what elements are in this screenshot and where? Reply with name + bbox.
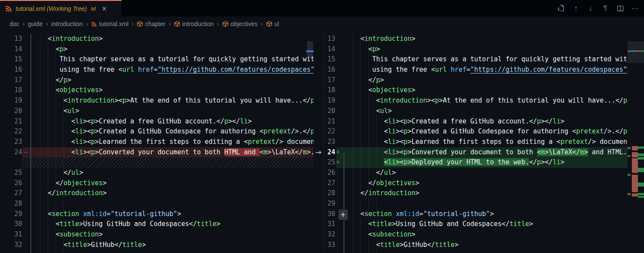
code-line-left-28[interactable]: 28 xyxy=(0,199,314,209)
line-number[interactable]: 23 xyxy=(324,137,335,147)
code-line-left-14[interactable]: 14 <p> xyxy=(0,44,314,55)
code-line-right-18[interactable]: 18 <objectives> xyxy=(324,85,627,96)
code-line-left-17[interactable]: 17 </p> xyxy=(0,75,314,86)
code-line-left-21[interactable]: 21 <li><p>Created a free GitHub account.… xyxy=(0,117,314,127)
line-number[interactable]: 25 xyxy=(0,168,22,178)
code-line-right-31[interactable]: 31 <title>Using GitHub and Codespaces</t… xyxy=(324,219,627,230)
line-number[interactable]: 27 xyxy=(0,188,22,199)
breadcrumb-item-introduction[interactable]: introduction xyxy=(51,20,83,27)
line-number[interactable]: 27 xyxy=(324,178,335,189)
line-number[interactable]: 25 xyxy=(324,157,335,168)
breadcrumb-item-tutorial-xml[interactable]: tutorial.xml xyxy=(91,20,129,27)
line-number[interactable]: 17 xyxy=(324,75,335,86)
code-line-right-23[interactable]: 23 <li><p>Learned the first steps to edi… xyxy=(324,137,627,147)
line-number[interactable]: 23 xyxy=(0,137,22,147)
code-line-left-24[interactable]: 24− <li><p>Converted your document to bo… xyxy=(0,147,314,158)
line-number[interactable]: 20 xyxy=(324,106,335,117)
scrollbar[interactable] xyxy=(306,31,314,253)
tab-tutorial-xml[interactable]: tutorial.xml (Working Tree) M ✕ xyxy=(0,0,122,17)
code-line-left-31[interactable]: 31 <subsection> xyxy=(0,230,314,240)
line-number[interactable]: 13 xyxy=(0,34,22,44)
line-number[interactable]: 20 xyxy=(0,106,22,117)
code-line-left-30[interactable]: 30 <title>Using GitHub and Codespaces</t… xyxy=(0,219,314,230)
next-change-icon[interactable]: ↓ xyxy=(586,3,595,13)
line-number[interactable]: 32 xyxy=(0,240,22,250)
code-line-left-25[interactable]: 25 </ul> xyxy=(0,168,314,178)
code-line-left-16[interactable]: 16 using the free <url href="https://git… xyxy=(0,65,314,75)
line-number[interactable]: 30 xyxy=(0,219,22,230)
code-line-right-21[interactable]: 21 <li><p>Created a free GitHub account.… xyxy=(324,117,627,127)
more-actions-icon[interactable]: ⋯ xyxy=(630,3,640,13)
code-line-right-26[interactable]: 26 </ul> xyxy=(324,168,627,178)
minimap[interactable] xyxy=(627,31,644,253)
code-line-left-32[interactable]: 32 <title>GitHub</title> xyxy=(0,240,314,250)
line-number[interactable]: 14 xyxy=(324,44,335,55)
code-line-right-15[interactable]: 15 This chapter serves as a tutorial for… xyxy=(324,54,627,65)
minimap-slider[interactable] xyxy=(627,41,644,63)
code-line-right-19[interactable]: 19 <introduction><p>At the end of this t… xyxy=(324,96,627,106)
split-editor-icon[interactable] xyxy=(615,3,625,13)
add-comment-button[interactable]: + xyxy=(338,210,348,220)
code-line-right-32[interactable]: 32 <subsection> xyxy=(324,230,627,240)
line-number[interactable]: 13 xyxy=(324,34,335,44)
line-number[interactable]: 16 xyxy=(0,65,22,75)
line-number[interactable]: 14 xyxy=(0,44,22,55)
code-line-left-29[interactable]: 29 <section xml:id="tutorial-github"> xyxy=(0,209,314,220)
line-number[interactable]: 29 xyxy=(0,209,22,220)
code-line-left-26[interactable]: 26 </objectives> xyxy=(0,178,314,189)
line-number[interactable]: 19 xyxy=(0,96,22,106)
line-number[interactable]: 28 xyxy=(324,188,335,199)
line-number[interactable]: 22 xyxy=(0,126,22,137)
code-line-right-27[interactable]: 27 </objectives> xyxy=(324,178,627,189)
code-line-right-29[interactable]: 29 xyxy=(324,199,627,209)
code-line-right-16[interactable]: 16 using the free <url href="https://git… xyxy=(324,65,627,75)
breadcrumb-item-chapter[interactable]: chapter xyxy=(137,20,165,27)
code-line-right-13[interactable]: 13 <introduction> xyxy=(324,34,627,44)
line-number[interactable]: 15 xyxy=(324,54,335,65)
code-line-left-23[interactable]: 23 <li><p>Learned the first steps to edi… xyxy=(0,137,314,147)
code-line-right-20[interactable]: 20 <ul> xyxy=(324,106,627,117)
open-changes-icon[interactable] xyxy=(556,3,566,13)
line-number[interactable]: 26 xyxy=(0,178,22,189)
line-number[interactable]: 31 xyxy=(0,230,22,240)
code-line-right-17[interactable]: 17 </p> xyxy=(324,75,627,86)
line-number[interactable]: 18 xyxy=(324,85,335,96)
line-number[interactable]: 24 xyxy=(0,147,22,158)
line-number[interactable]: 21 xyxy=(0,117,22,127)
line-number[interactable]: 22 xyxy=(324,126,335,137)
code-line-right-28[interactable]: 28 </introduction> xyxy=(324,188,627,199)
code-line-left-15[interactable]: 15 This chapter serves as a tutorial for… xyxy=(0,54,314,65)
line-number[interactable]: 15 xyxy=(0,54,22,65)
breadcrumb-item-objectives[interactable]: objectives xyxy=(222,20,258,27)
code-line-right-24[interactable]: 24+ <li><p>Converted your document to bo… xyxy=(324,147,627,158)
line-number[interactable]: 32 xyxy=(324,230,335,240)
code-line-left-27[interactable]: 27 </introduction> xyxy=(0,188,314,199)
code-line-right-25[interactable]: 25+ <li><p>Deployed your HTML to the web… xyxy=(324,157,627,168)
previous-change-icon[interactable]: ↑ xyxy=(571,3,581,13)
line-number[interactable]: 17 xyxy=(0,75,22,86)
code-line-right-30[interactable]: 30 <section xml:id="tutorial-github"> xyxy=(324,209,627,220)
code-line-right-14[interactable]: 14 <p> xyxy=(324,44,627,55)
scrollbar-slider[interactable] xyxy=(307,41,313,58)
breadcrumb-item-guide[interactable]: guide xyxy=(28,20,43,27)
code-line-left-13[interactable]: 13 <introduction> xyxy=(0,34,314,44)
line-number[interactable]: 19 xyxy=(324,96,335,106)
line-number[interactable]: 16 xyxy=(324,65,335,75)
line-number[interactable]: 31 xyxy=(324,219,335,230)
line-number[interactable]: 18 xyxy=(0,85,22,96)
revert-change-arrow[interactable]: → xyxy=(313,147,324,158)
line-number[interactable]: 28 xyxy=(0,199,22,209)
code-line-left-22[interactable]: 22 <li><p>Created a GitHub Codespace for… xyxy=(0,126,314,137)
code-line-left-19[interactable]: 19 <introduction><p>At the end of this t… xyxy=(0,96,314,106)
line-number[interactable]: 33 xyxy=(324,240,335,250)
line-number[interactable]: 21 xyxy=(324,117,335,127)
code-line-right-22[interactable]: 22 <li><p>Created a GitHub Codespace for… xyxy=(324,126,627,137)
line-number[interactable]: 30 xyxy=(324,209,335,220)
line-number[interactable]: 24 xyxy=(324,147,335,158)
code-line-left-20[interactable]: 20 <ul> xyxy=(0,106,314,117)
line-number[interactable]: 26 xyxy=(324,168,335,178)
code-line-right-33[interactable]: 33 <title>GitHub</title> xyxy=(324,240,627,250)
breadcrumb-item-ul[interactable]: ul xyxy=(266,20,279,27)
code-line-left-18[interactable]: 18 <objectives> xyxy=(0,85,314,96)
breadcrumb-item-introduction[interactable]: introduction xyxy=(174,20,214,27)
